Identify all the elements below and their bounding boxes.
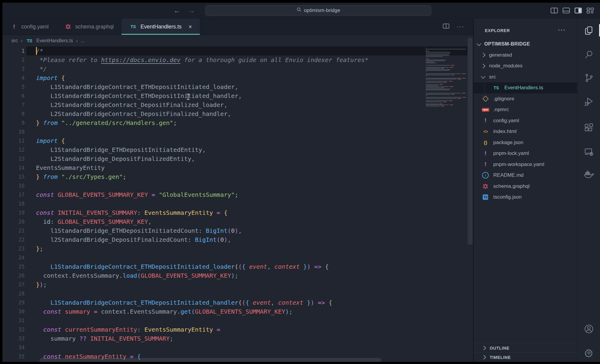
code-line-7[interactable]: 7 L2StandardBridgeContract_DepositFinali… [2, 100, 473, 109]
code-line-26[interactable]: 26 context.EventsSummary.load(GLOBAL_EVE… [2, 271, 473, 280]
breadcrumb-item[interactable]: ... [81, 38, 85, 43]
code-line-9[interactable]: 9} from "../generated/src/Handlers.gen"; [2, 118, 473, 127]
code-line-12[interactable]: 12 L1StandardBridge_ETHDepositInitiatedE… [2, 145, 473, 154]
code-line-32[interactable]: 32 const currentSummaryEntity: EventsSum… [2, 325, 473, 334]
code-line-18[interactable]: 18 [2, 199, 473, 208]
source-control-icon[interactable] [578, 73, 600, 83]
explorer-icon[interactable] [578, 26, 600, 35]
vertical-scrollbar[interactable] [468, 38, 472, 244]
title-bar: ← → optimism-bridge [2, 3, 600, 19]
explorer-item-README.md[interactable]: iREADME.md [474, 170, 577, 181]
code-line-17[interactable]: 17const GLOBAL_EVENTS_SUMMARY_KEY = "Glo… [2, 190, 473, 199]
breadcrumb-item[interactable]: EventHandlers.ts [36, 38, 73, 43]
customize-layout-icon[interactable] [586, 7, 594, 13]
code-line-15[interactable]: 15} from "./src/Types.gen"; [2, 172, 473, 181]
tab-schema.graphql[interactable]: schema.graphql [56, 19, 122, 35]
accounts-icon[interactable] [578, 324, 600, 334]
explorer-project-root[interactable]: OPTIMISM-BRIDGE [474, 39, 577, 50]
line-content: L1StandardBridgeContract_ETHDepositIniti… [25, 82, 238, 91]
docker-icon[interactable] [578, 170, 600, 179]
code-line-11[interactable]: 11import { [2, 136, 473, 145]
nav-back-icon[interactable]: ← [173, 6, 181, 15]
run-debug-icon[interactable] [578, 97, 600, 106]
tab-label: EventHandlers.ts [140, 24, 182, 30]
outline-section[interactable]: OUTLINE [474, 343, 577, 353]
toggle-sidebar-icon[interactable] [550, 7, 558, 13]
explorer-item-tsconfig.json[interactable]: TStsconfig.json [474, 192, 577, 203]
editor-more-actions-icon[interactable]: ··· [457, 23, 464, 31]
code-editor[interactable]: 1/*2 *Please refer to https://docs.envio… [2, 46, 473, 362]
line-content: L1StandardBridge_ETHDepositInitiatedEnti… [25, 145, 206, 154]
explorer-item-config.yaml[interactable]: !config.yaml [474, 115, 577, 126]
explorer-item-schema.graphql[interactable]: schema.graphql [474, 181, 577, 192]
code-line-29[interactable]: 29 L1StandardBridgeContract_ETHDepositIn… [2, 298, 473, 307]
timeline-section[interactable]: TIMELINE [474, 352, 577, 362]
split-editor-icon[interactable] [443, 23, 449, 30]
line-content: L1StandardBridgeContract_ETHDepositIniti… [25, 91, 242, 100]
nav-forward-icon[interactable]: → [188, 6, 195, 15]
explorer-item-.npmrc[interactable]: npm.npmrc [474, 104, 577, 115]
line-content: summary ?? INITIAL_EVENTS_SUMMARY; [25, 334, 173, 343]
explorer-panel: EXPLORER ··· OPTIMISM-BRIDGEgeneratednod… [473, 19, 577, 362]
tab-config.yaml[interactable]: !config.yaml [2, 19, 56, 35]
explorer-item-.gitignore[interactable]: .gitignore [474, 93, 577, 105]
tab-close-icon[interactable]: × [188, 23, 192, 30]
explorer-item-generated[interactable]: generated [474, 50, 577, 61]
breadcrumb-item[interactable]: src [11, 38, 18, 43]
code-line-19[interactable]: 19const INITIAL_EVENTS_SUMMARY: EventsSu… [2, 208, 473, 217]
line-number: 15 [2, 172, 25, 181]
code-line-23[interactable]: 23}; [2, 244, 473, 253]
chevron-right-icon [481, 53, 486, 58]
code-line-33[interactable]: 33 summary ?? INITIAL_EVENTS_SUMMARY; [2, 334, 473, 343]
code-line-5[interactable]: 5 L1StandardBridgeContract_ETHDepositIni… [2, 82, 473, 91]
toggle-panel-icon[interactable] [562, 7, 570, 13]
code-line-22[interactable]: 22 l2StandardBridge_DepositFinalizedCoun… [2, 235, 473, 244]
activity-bar [577, 19, 600, 362]
minimap-line [426, 91, 467, 91]
code-line-34[interactable]: 34 [2, 343, 473, 352]
code-line-6[interactable]: 6 L1StandardBridgeContract_ETHDepositIni… [2, 91, 473, 100]
item-label: schema.graphql [493, 183, 530, 189]
minimap-line [426, 66, 467, 67]
code-line-27[interactable]: 27}); [2, 280, 473, 289]
explorer-item-src[interactable]: src [474, 72, 577, 83]
minimap[interactable] [426, 48, 467, 107]
minimap-line [426, 62, 467, 62]
code-line-20[interactable]: 20 id: GLOBAL_EVENTS_SUMMARY_KEY, [2, 217, 473, 226]
extensions-icon[interactable] [578, 123, 600, 132]
code-line-30[interactable]: 30 const summary = context.EventsSummary… [2, 307, 473, 316]
item-label: generated [489, 52, 512, 58]
code-line-4[interactable]: 4import { [2, 73, 473, 82]
toggle-secondary-sidebar-icon[interactable] [574, 7, 582, 13]
code-line-16[interactable]: 16 [2, 181, 473, 190]
command-center-search[interactable]: optimism-bridge [205, 5, 431, 16]
search-icon[interactable] [578, 50, 600, 59]
explorer-item-index.html[interactable]: <>index.html [474, 126, 577, 137]
code-line-21[interactable]: 21 l1StandardBridge_ETHDepositInitiatedC… [2, 226, 473, 235]
line-number: 33 [2, 334, 25, 343]
code-line-28[interactable]: 28 [2, 289, 473, 298]
code-line-24[interactable]: 24 [2, 253, 473, 262]
horizontal-scrollbar[interactable] [39, 358, 381, 362]
code-line-13[interactable]: 13 L2StandardBridge_DepositFinalizedEnti… [2, 154, 473, 163]
explorer-item-pnpm-lock.yaml[interactable]: !pnpm-lock.yaml [474, 148, 577, 159]
explorer-item-package.json[interactable]: {}package.json [474, 137, 577, 148]
code-line-3[interactable]: 3 */ [2, 64, 473, 73]
code-line-1[interactable]: 1/* [2, 46, 473, 55]
line-content: } from "./src/Types.gen"; [25, 172, 126, 181]
code-line-25[interactable]: 25 L1StandardBridgeContract_ETHDepositIn… [2, 262, 473, 271]
tab-EventHandlers.ts[interactable]: TSEventHandlers.ts× [122, 19, 200, 35]
explorer-item-pnpm-workspace.yaml[interactable]: !pnpm-workspace.yaml [474, 159, 577, 170]
code-line-14[interactable]: 14EventsSummaryEntity [2, 163, 473, 172]
settings-icon[interactable] [578, 348, 600, 358]
explorer-item-EventHandlers.ts[interactable]: TSEventHandlers.ts [474, 82, 577, 93]
code-line-31[interactable]: 31 [2, 316, 473, 325]
explorer-more-actions-icon[interactable]: ··· [558, 27, 566, 34]
code-line-8[interactable]: 8 L2StandardBridgeContract_DepositFinali… [2, 109, 473, 118]
code-line-2[interactable]: 2 *Please refer to https://docs.envio.de… [2, 55, 473, 64]
item-label: pnpm-lock.yaml [493, 150, 529, 156]
breadcrumb[interactable]: src›TSEventHandlers.ts›... [2, 35, 473, 46]
code-line-10[interactable]: 10 [2, 127, 473, 136]
remote-explorer-icon[interactable] [578, 147, 600, 157]
explorer-item-node_modules[interactable]: node_modules [474, 61, 577, 72]
